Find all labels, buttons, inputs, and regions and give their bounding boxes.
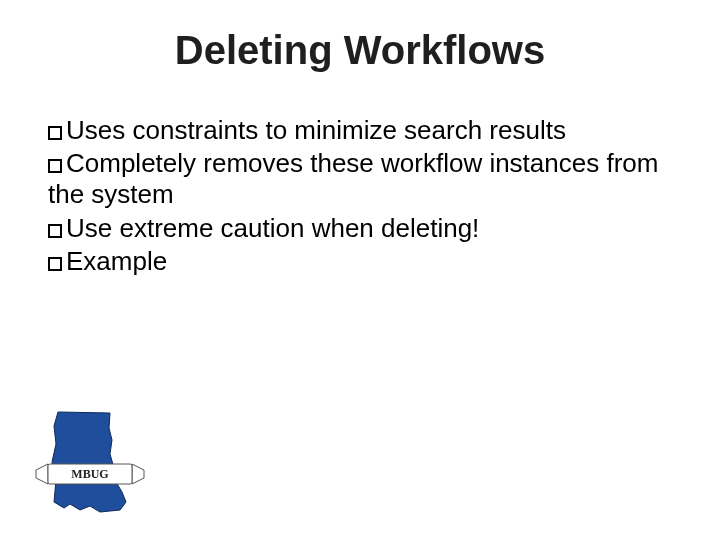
bullet-item: Completely removes these workflow instan… xyxy=(48,148,672,210)
bullet-item: Example xyxy=(48,246,672,277)
bullet-text: Example xyxy=(66,246,167,276)
logo-label: MBUG xyxy=(71,467,108,481)
bullet-item: Uses constraints to minimize search resu… xyxy=(48,115,672,146)
bullet-text: Use extreme caution when deleting! xyxy=(66,213,479,243)
slide-title: Deleting Workflows xyxy=(0,28,720,73)
bullet-text: Uses constraints to minimize search resu… xyxy=(66,115,566,145)
square-bullet-icon xyxy=(48,126,62,140)
square-bullet-icon xyxy=(48,257,62,271)
square-bullet-icon xyxy=(48,224,62,238)
slide-body: Uses constraints to minimize search resu… xyxy=(48,115,672,279)
mbug-logo: MBUG xyxy=(30,410,150,520)
square-bullet-icon xyxy=(48,159,62,173)
bullet-text: Completely removes these workflow instan… xyxy=(48,148,658,209)
bullet-item: Use extreme caution when deleting! xyxy=(48,213,672,244)
slide: Deleting Workflows Uses constraints to m… xyxy=(0,0,720,540)
mississippi-state-icon: MBUG xyxy=(30,410,150,520)
banner-icon: MBUG xyxy=(36,464,144,484)
